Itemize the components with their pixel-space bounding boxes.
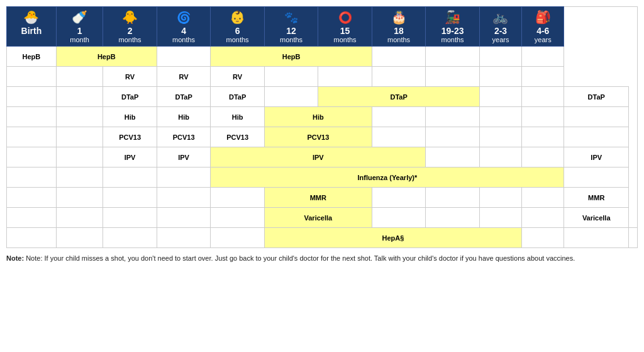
hib-15m-cell <box>372 107 426 127</box>
flu-1m-cell <box>56 167 103 188</box>
varicella-12m-cell: Varicella <box>264 208 372 228</box>
rv-18m-cell <box>372 67 426 87</box>
dtap-12m-cell <box>264 87 318 107</box>
header-birth: 🐣 Birth <box>7 7 57 47</box>
rv-label <box>7 67 57 87</box>
dtap-label <box>7 87 57 107</box>
header-6m: 👶 6 months <box>211 7 265 47</box>
ipv-4-6y-cell: IPV <box>564 147 629 167</box>
header-2m: 🐥 2 months <box>103 7 157 47</box>
header-12m: 🐾 12 months <box>264 7 318 47</box>
header-15m: ⭕ 15 months <box>318 7 372 47</box>
mmr-1m-cell <box>56 188 103 208</box>
pcv13-4-6y-cell <box>564 127 629 147</box>
hepa-2-3y-cell <box>564 228 629 248</box>
mmr-6m-cell <box>211 188 265 208</box>
rv-12m-cell <box>264 67 318 87</box>
dtap-2m-cell: DTaP <box>103 87 157 107</box>
hepa-12m-cell: HepA§ <box>264 228 521 248</box>
ipv-2-3y-cell <box>522 147 564 167</box>
mmr-18m-cell <box>426 188 480 208</box>
note-label: Note: <box>6 254 24 262</box>
hib-6m-cell: Hib <box>211 107 265 127</box>
rv-15m-cell <box>318 67 372 87</box>
dtap-2-3y-cell <box>522 87 564 107</box>
note-text: Note: Note: If your child misses a shot,… <box>6 253 638 264</box>
varicella-6m-cell <box>211 208 265 228</box>
table-row: RV RV RV <box>7 67 638 87</box>
table-row: DTaP DTaP DTaP DTaP DTaP <box>7 87 638 107</box>
hib-label <box>7 107 57 127</box>
dtap-6m-cell: DTaP <box>211 87 265 107</box>
hib-2m-cell: Hib <box>103 107 157 127</box>
mmr-4m-cell <box>157 188 211 208</box>
table-row: Hib Hib Hib Hib <box>7 107 638 127</box>
varicella-18m-cell <box>426 208 480 228</box>
header-1m: 🍼 1 month <box>56 7 103 47</box>
rv-6m-cell: RV <box>211 67 265 87</box>
header-4-6y: 🎒 4-6 years <box>522 7 564 47</box>
hib-19-23m-cell <box>479 107 521 127</box>
hepa-label <box>7 228 57 248</box>
flu-4-6y-cell <box>564 167 629 188</box>
dtap-19-23m-cell <box>479 87 521 107</box>
flu-label <box>7 167 57 188</box>
hepa-6m-cell <box>211 228 265 248</box>
ipv-6m-cell: IPV <box>211 147 426 167</box>
hepb-label: HepB <box>7 47 57 67</box>
hepa-1m-cell <box>56 228 103 248</box>
table-row: IPV IPV IPV IPV <box>7 147 638 167</box>
mmr-15m-cell <box>372 188 426 208</box>
mmr-19-23m-cell <box>479 188 521 208</box>
pcv13-2m-cell: PCV13 <box>103 127 157 147</box>
header-19-23m: 🚂 19-23 months <box>426 7 480 47</box>
flu-4m-cell <box>157 167 211 188</box>
dtap-15m-cell: DTaP <box>318 87 480 107</box>
pcv13-19-23m-cell <box>479 127 521 147</box>
pcv13-18m-cell <box>426 127 480 147</box>
hib-18m-cell <box>426 107 480 127</box>
hepa-19-23m-cell <box>522 228 564 248</box>
varicella-2m-cell <box>103 208 157 228</box>
hepb-4m-cell <box>157 47 211 67</box>
dtap-4-6y-cell: DTaP <box>564 87 629 107</box>
hepb-2-3y-cell <box>479 47 521 67</box>
hib-4m-cell: Hib <box>157 107 211 127</box>
hepb-19-23m-cell <box>426 47 480 67</box>
ipv-4m-cell: IPV <box>157 147 211 167</box>
mmr-label <box>7 188 57 208</box>
ipv-2m-cell: IPV <box>103 147 157 167</box>
hib-2-3y-cell <box>522 107 564 127</box>
header-4m: 🌀 4 months <box>157 7 211 47</box>
rv-4-6y-cell <box>522 67 564 87</box>
hib-4-6y-cell <box>564 107 629 127</box>
ipv-18m-cell <box>426 147 480 167</box>
flu-6m-cell: Influenza (Yearly)* <box>211 167 564 188</box>
rv-2-3y-cell <box>479 67 521 87</box>
pcv13-6m-cell: PCV13 <box>211 127 265 147</box>
mmr-2-3y-cell <box>522 188 564 208</box>
note-content: Note: If your child misses a shot, you d… <box>26 254 575 262</box>
mmr-4-6y-cell: MMR <box>564 188 629 208</box>
header-18m: 🎂 18 months <box>372 7 426 47</box>
mmr-12m-cell: MMR <box>264 188 372 208</box>
ipv-19-23m-cell <box>479 147 521 167</box>
pcv13-4m-cell: PCV13 <box>157 127 211 147</box>
pcv13-15m-cell <box>372 127 426 147</box>
header-2-3y: 🚲 2-3 years <box>479 7 521 47</box>
ipv-label <box>7 147 57 167</box>
hepb-18m-cell <box>372 47 426 67</box>
ipv-1m-cell <box>56 147 103 167</box>
vaccine-schedule-table: 🐣 Birth 🍼 1 month 🐥 2 months 🌀 4 months … <box>6 6 638 248</box>
varicella-4m-cell <box>157 208 211 228</box>
rv-1m-cell <box>56 67 103 87</box>
flu-2m-cell <box>103 167 157 188</box>
pcv13-label <box>7 127 57 147</box>
table-row: Influenza (Yearly)* <box>7 167 638 188</box>
varicella-15m-cell <box>372 208 426 228</box>
dtap-1m-cell <box>56 87 103 107</box>
table-row: MMR MMR <box>7 188 638 208</box>
varicella-2-3y-cell <box>522 208 564 228</box>
hepb-6m-cell: HepB <box>211 47 372 67</box>
varicella-19-23m-cell <box>479 208 521 228</box>
